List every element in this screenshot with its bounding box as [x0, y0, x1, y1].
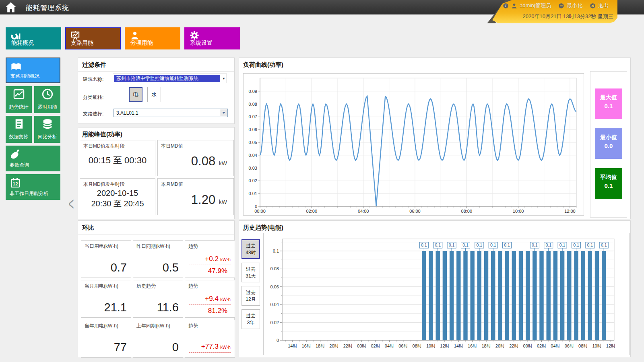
svg-text:0.1: 0.1 [545, 243, 551, 247]
svg-text:08时: 08时 [413, 343, 422, 348]
bar [553, 251, 557, 340]
huanbi-card: 昨日同期(kW·h)0.5 [133, 240, 183, 278]
energy-option-button[interactable]: 水 [147, 87, 161, 102]
bar [512, 251, 516, 340]
user-ribbon: i admin|管理员 最小化 退出 2020年10月21日 13时13分32秒… [487, 0, 617, 23]
card-label: 当日用电(kW·h) [85, 243, 118, 250]
huanbi-value: 11.6 [157, 301, 179, 314]
range-button-48时[interactable]: 过去48时 [242, 239, 260, 259]
bar [477, 251, 481, 340]
person-icon [130, 31, 140, 40]
stat-value: 0.0 [595, 141, 622, 149]
svg-text:0.06: 0.06 [270, 284, 279, 289]
line-chart-svg: 00.010.020.030.040.050.060.070.080.0900:… [244, 74, 583, 214]
svg-text:0.1: 0.1 [421, 243, 427, 247]
huanbi-card: 上年同期(kW·h)0 [133, 320, 183, 358]
trend-percent: 47.9% [189, 267, 231, 275]
tab-gear[interactable]: 系统设置 [184, 27, 240, 49]
datetime-text: 2020年10月21日 13时13分32秒 星期三 [523, 13, 613, 20]
svg-text:0.02: 0.02 [249, 178, 257, 183]
svg-text:0.02: 0.02 [270, 320, 279, 325]
building-select[interactable]: 苏州市沧浪中学监控建筑能耗监测系统 ▼ [113, 74, 227, 83]
history-panel: 历史趋势(电能) 过去48时过去31天过去12月过去3年 00.020.040.… [239, 220, 631, 357]
sidebar-item-doc[interactable]: 数据集抄 [6, 116, 32, 143]
history-chart: 00.020.040.060.080.114时16时18时20时22时00时02… [263, 233, 630, 355]
user-icon [511, 3, 517, 9]
sidebar-item-trend[interactable]: 趋势统计 [6, 86, 32, 113]
range-button-line2: 12月 [246, 296, 256, 303]
tab-label: 系统设置 [190, 39, 213, 47]
range-button-3年[interactable]: 过去3年 [242, 309, 260, 329]
range-button-12月[interactable]: 过去12月 [242, 286, 260, 306]
sidebar-item-dish[interactable]: 参数查询 [6, 146, 60, 171]
huanbi-card: 当年用电(kW·h)77 [81, 320, 131, 358]
card-label: 当年用电(kW·h) [85, 323, 118, 329]
app-title: 能耗管理系统 [26, 3, 69, 12]
sidebar-item-label: 参数查询 [10, 162, 29, 169]
energy-option-button[interactable]: 电 [129, 87, 142, 102]
svg-text:00:00: 00:00 [254, 209, 266, 214]
minimize-icon[interactable] [558, 3, 564, 9]
home-icon[interactable] [5, 1, 17, 13]
stat-box: 平均值0.1 [595, 168, 622, 199]
bar [567, 251, 571, 340]
huanbi-title: 环比 [78, 221, 234, 234]
book-icon [10, 61, 22, 72]
card-label: 本月MD值 [161, 181, 183, 188]
svg-text:06时: 06时 [398, 343, 408, 348]
huanbi-card: 当月用电(kW·h)21.1 [81, 280, 131, 318]
tab-label: 分项用能 [130, 39, 153, 47]
tab-board[interactable]: 支路用能 [65, 27, 121, 49]
branch-select[interactable]: 3.ALL01.1 [114, 109, 228, 117]
trend-delta: +0.2 [205, 255, 219, 263]
energy-type-buttons: 电水 [129, 87, 161, 102]
sidebar-item-clock[interactable]: 逐时用能 [34, 86, 60, 113]
info-icon[interactable]: i [503, 3, 509, 9]
card-label: 本日MD值发生时段 [83, 143, 125, 150]
trend-block: +77.3 kW·h [189, 343, 231, 355]
sidebar-collapse-arrow[interactable]: < [68, 194, 74, 214]
range-button-line2: 31天 [246, 273, 256, 280]
bar [484, 251, 488, 340]
svg-text:10时: 10时 [426, 343, 436, 348]
stat-label: 最小值 [595, 128, 622, 141]
huanbi-card: 趋势 +0.2 kW·h 47.9% [185, 240, 235, 278]
svg-text:00时: 00时 [523, 343, 533, 348]
svg-text:0.07: 0.07 [249, 114, 257, 119]
trend-delta: +9.4 [205, 295, 219, 302]
load-stats-panel: 最大值0.1最小值0.0平均值0.1 [590, 71, 627, 218]
ribbon-actions: i admin|管理员 最小化 退出 [503, 2, 609, 9]
bar [456, 251, 460, 340]
sidebar-item-calendar[interactable]: 12非工作日用能分析 [6, 174, 60, 200]
svg-text:20时: 20时 [495, 343, 505, 348]
bar [471, 251, 475, 340]
bar-chart-svg: 00.020.040.060.080.114时16时18时20时22时00时02… [264, 233, 628, 354]
range-button-line1: 过去 [246, 313, 256, 319]
svg-text:08:00: 08:00 [461, 209, 473, 214]
svg-text:0.05: 0.05 [249, 140, 257, 145]
trend-block: +9.4 kW·h 81.2% [189, 295, 231, 315]
bar [443, 251, 447, 340]
tab-person[interactable]: 分项用能 [125, 27, 180, 49]
sidebar-item-db[interactable]: 同比分析 [34, 116, 60, 143]
peak-cards: 本日MD值发生时段00:15 至 00:30本日MD值0.08 kW本月MD值发… [80, 140, 234, 215]
svg-text:02时: 02时 [371, 343, 380, 348]
minimize-label[interactable]: 最小化 [567, 2, 582, 9]
peak-title: 用能峰值(功率) [78, 128, 234, 141]
sidebar-item-book[interactable]: 支路用能概况 [6, 58, 60, 83]
range-button-31天[interactable]: 过去31天 [242, 263, 260, 282]
tab-pie[interactable]: 能耗概况 [6, 27, 61, 49]
peak-unit: kW [219, 199, 227, 205]
exit-icon[interactable] [590, 3, 596, 9]
range-buttons: 过去48时过去31天过去12月过去3年 [242, 239, 262, 333]
svg-text:20时: 20时 [329, 343, 339, 348]
dropdown-button[interactable] [220, 109, 227, 116]
svg-text:04时: 04时 [551, 343, 560, 348]
tab-label: 能耗概况 [11, 39, 34, 47]
svg-text:0.1: 0.1 [504, 243, 510, 247]
bar [602, 251, 606, 340]
huanbi-cards: 当日用电(kW·h)0.7昨日同期(kW·h)0.5趋势 +0.2 kW·h 4… [81, 240, 235, 358]
peak-card: 本月MD值1.20 kW [157, 178, 234, 215]
branch-label: 支路选择: [83, 111, 103, 117]
exit-label[interactable]: 退出 [598, 2, 609, 9]
